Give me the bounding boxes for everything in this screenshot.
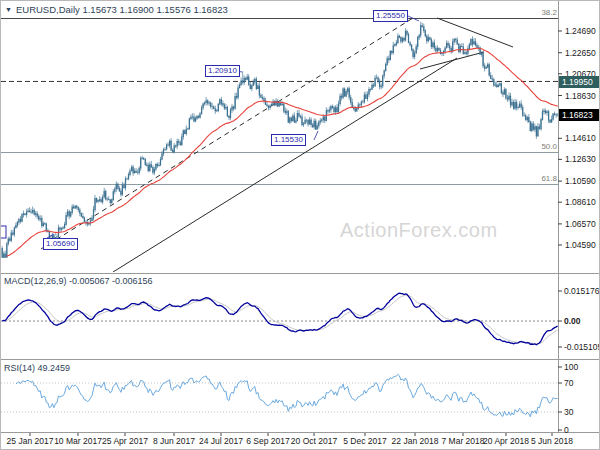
price-annotation[interactable]: 1.25550 (373, 10, 408, 22)
chart-canvas[interactable] (1, 1, 600, 450)
price-annotation[interactable]: 1.05690 (43, 238, 78, 250)
chart-window: ▼EURUSD,Daily 1.15673 1.16900 1.15576 1.… (0, 0, 600, 450)
price-annotation[interactable]: 1.15530 (271, 134, 306, 146)
price-annotation[interactable]: 1.20910 (205, 65, 240, 77)
